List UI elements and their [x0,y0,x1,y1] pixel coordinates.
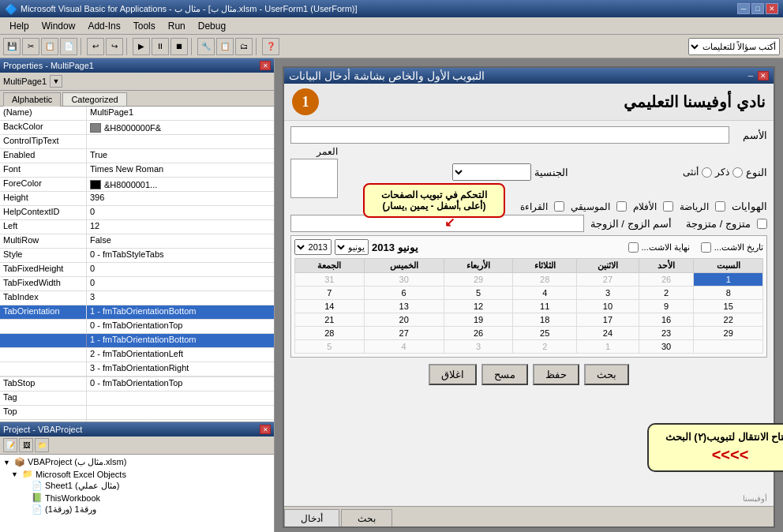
cal-day[interactable]: 3 [444,340,513,354]
uf-minimize[interactable]: ─ [745,71,756,81]
close-btn[interactable]: ✕ [766,3,778,14]
cal-day[interactable]: 1 [694,273,763,287]
maximize-btn[interactable]: □ [751,3,764,14]
save-btn[interactable]: حفظ [533,364,579,385]
cal-day[interactable]: 29 [694,327,763,340]
tb-help[interactable]: ❓ [262,38,279,55]
dropdown-item-3[interactable]: 3 - fmTabOrientationRight [0,362,274,377]
tab-search[interactable]: بحث [341,509,392,526]
end-date-cb[interactable] [628,242,639,253]
tree-thisworkbook[interactable]: 📗 ThisWorkbook [2,492,272,504]
cal-day[interactable]: 24 [577,327,639,340]
cal-day[interactable]: 26 [444,327,513,340]
age-box[interactable] [290,159,338,198]
cal-day[interactable]: 28 [513,273,577,287]
cal-day[interactable]: 21 [295,313,365,327]
tab-categorized[interactable]: Categorized [62,92,126,106]
cal-day[interactable]: 8 [694,287,763,300]
cal-day[interactable]: 2 [513,340,577,354]
cal-day[interactable]: 25 [513,327,577,340]
music-cb[interactable] [616,201,627,212]
month-select[interactable]: يوليو يونيو [335,239,369,255]
properties-close[interactable]: ✕ [260,61,271,70]
cal-day[interactable]: 10 [577,300,639,313]
cal-day[interactable]: 13 [364,300,444,313]
dropdown-item-2[interactable]: 2 - fmTabOrientationLeft [0,348,274,362]
menu-debug[interactable]: Debug [192,19,232,33]
tb-redo[interactable]: ↪ [106,38,123,55]
close-form-btn[interactable]: اغلاق [429,364,477,385]
cal-day[interactable]: 3 [577,287,639,300]
cal-day[interactable]: 1 [577,340,639,354]
cal-day[interactable]: 30 [639,340,694,354]
reading-cb[interactable] [554,201,564,212]
cal-day[interactable]: 19 [444,313,513,327]
cal-day[interactable]: 7 [295,287,365,300]
tb-save[interactable]: 💾 [3,38,21,55]
search-btn[interactable]: بحث [584,364,629,385]
cal-day[interactable]: 30 [364,273,444,287]
tb-undo[interactable]: ↩ [87,38,104,55]
tb-paste[interactable]: 📄 [60,38,77,55]
cal-day[interactable]: 2 [639,287,694,300]
tb-cut[interactable]: ✂ [22,38,39,55]
tree-sheet1[interactable]: 📄 Sheet1 (مثال عملي) [2,480,272,492]
tree-vbaproject[interactable]: ▼ 📦 VBAProject (مثال ب.xlsm) [2,456,272,468]
cal-day[interactable]: 26 [639,273,694,287]
arabic-dropdown[interactable]: أكتب سؤالاً للتعليمات [688,38,780,55]
tb-explorer[interactable]: 🗂 [235,38,253,55]
reg-date-cb[interactable] [701,242,711,253]
tree-excel-objects[interactable]: ▼ 📁 Microsoft Excel Objects [2,468,272,480]
cal-day[interactable]: 6 [364,287,444,300]
tb-stop[interactable]: ⏹ [170,38,188,55]
tab-alphabetic[interactable]: Alphabetic [3,92,61,107]
sports-cb[interactable] [715,201,725,212]
cal-day[interactable]: 17 [577,313,639,327]
tab-input[interactable]: أدخال [284,509,339,526]
tb-properties[interactable]: 📋 [216,38,234,55]
cal-day[interactable]: 14 [295,300,365,313]
dropdown-item-0[interactable]: 0 - fmTabOrientationTop [0,320,274,334]
cal-day[interactable]: 12 [444,300,513,313]
proj-view-form[interactable]: 🖼 [19,438,33,452]
clear-btn[interactable]: مسح [481,364,528,385]
menu-run[interactable]: Run [162,19,192,33]
tb-run[interactable]: ▶ [133,38,150,55]
cal-day[interactable]: 11 [513,300,577,313]
male-radio[interactable] [732,167,743,178]
cal-day[interactable] [694,340,763,354]
menu-addins[interactable]: Add-Ins [81,19,126,33]
proj-view-code[interactable]: 📝 [3,438,17,452]
cal-day[interactable]: 4 [364,340,444,354]
tb-copy[interactable]: 📋 [41,38,58,55]
cal-day[interactable]: 18 [513,313,577,327]
menu-window[interactable]: Window [36,19,82,33]
cal-day[interactable]: 4 [513,287,577,300]
female-radio[interactable] [702,167,712,178]
menu-tools[interactable]: Tools [127,19,162,33]
cal-day[interactable]: 28 [295,327,365,340]
cal-day[interactable]: 27 [577,273,639,287]
uf-close[interactable]: ✕ [758,71,769,81]
year-select[interactable]: 2013 [294,239,332,255]
cal-day[interactable]: 9 [639,300,694,313]
tb-toolbox[interactable]: 🔧 [197,38,215,55]
cal-day[interactable]: 27 [364,327,444,340]
cal-day[interactable]: 31 [295,273,365,287]
project-close[interactable]: ✕ [260,425,271,434]
cal-day[interactable]: 22 [694,313,763,327]
cal-day[interactable]: 20 [364,313,444,327]
dropdown-item-1[interactable]: 1 - fmTabOrientationBottom [0,334,274,348]
props-dropdown-btn[interactable]: ▼ [50,75,62,88]
cal-day[interactable]: 23 [639,327,694,340]
minimize-btn[interactable]: ─ [737,3,750,14]
films-cb[interactable] [663,201,673,212]
cal-day[interactable]: 5 [295,340,365,354]
cal-day[interactable]: 15 [694,300,763,313]
menu-help[interactable]: Help [3,19,36,33]
cal-day[interactable]: 5 [444,287,513,300]
tree-sheet-arabic[interactable]: 📄 ورقة1 (ورقة1) [2,504,272,515]
cal-day[interactable]: 29 [444,273,513,287]
marital-cb[interactable] [757,219,767,229]
name-input[interactable] [290,126,729,144]
